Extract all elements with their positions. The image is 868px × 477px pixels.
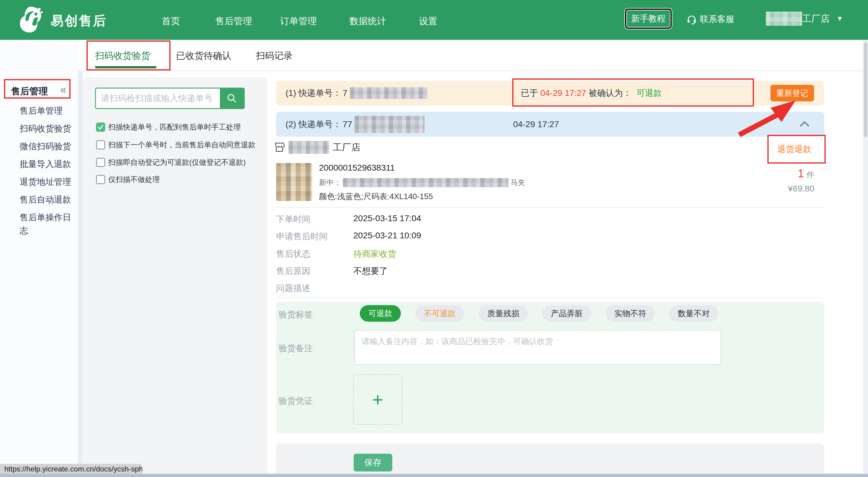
- tag-item-mismatch[interactable]: 实物不符: [606, 305, 655, 322]
- re-register-button[interactable]: 重新登记: [771, 85, 814, 101]
- account-name-redacted: [766, 12, 802, 26]
- inspection-tags-label: 验货标签: [279, 309, 313, 320]
- sidebar-collapse-icon[interactable]: «: [60, 83, 66, 96]
- sidebar-item-return-address[interactable]: 退货地址管理: [20, 175, 72, 189]
- brand-title: 易创售后: [51, 12, 107, 29]
- caret-down-icon: ▼: [836, 15, 843, 23]
- tab-scan-records[interactable]: 扫码记录: [256, 49, 292, 62]
- tag-product-dirty[interactable]: 产品弄脏: [542, 305, 591, 322]
- product-sku: 2000001529638311: [319, 163, 395, 173]
- vertical-scrollbar-thumb[interactable]: [864, 42, 867, 137]
- sidebar-item-operation-log[interactable]: 售后单操作日志: [20, 211, 72, 237]
- product-spec: 颜色:浅蓝色;尺码表:4XL140-155: [319, 191, 433, 202]
- tag-quantity-wrong[interactable]: 数量不对: [669, 305, 718, 322]
- top-navbar: 易创售后 首页 售后管理 订单管理 数据统计 设置 新手教程 联系客服 工厂店 …: [0, 0, 868, 40]
- confirm-time: 04-29 17:27: [540, 88, 586, 98]
- sidebar-item-batch-refund[interactable]: 批量导入退款: [20, 158, 72, 171]
- record-2-time: 04-29 17:27: [513, 112, 559, 137]
- inspection-proof-label: 验货凭证: [279, 395, 313, 407]
- field-label-status: 售后状态: [276, 248, 310, 260]
- option-label: 扫描即自动登记为可退款(仅做登记不退款): [108, 157, 246, 168]
- account-menu[interactable]: 工厂店 ▼: [766, 12, 843, 26]
- sidebar-header: 售后管理: [11, 85, 48, 98]
- product-thumbnail: [276, 163, 312, 201]
- horizontal-scrollbar-thumb[interactable]: [0, 474, 868, 477]
- nav-aftersales[interactable]: 售后管理: [215, 15, 252, 28]
- status-bar-url: https://help.yicreate.com.cn/docs/ycsh-s…: [0, 464, 142, 474]
- tag-refundable[interactable]: 可退款: [360, 305, 401, 322]
- option-auto-register-refundable[interactable]: 扫描即自动登记为可退款(仅做登记不退款): [96, 157, 249, 168]
- nav-statistics[interactable]: 数据统计: [349, 15, 386, 28]
- option-scan-only[interactable]: 仅扫描不做处理: [96, 174, 249, 185]
- option-label: 仅扫描不做处理: [108, 174, 160, 185]
- field-label-order-time: 下单时间: [276, 213, 310, 225]
- scan-panel: [84, 77, 268, 477]
- tab-active-underline: [95, 66, 156, 68]
- sidebar-item-auto-refund[interactable]: 售后自动退款: [20, 193, 72, 206]
- sidebar: 售后管理 « 售后单管理 扫码收货验货 微信扫码验货 批量导入退款 退货地址管理…: [0, 40, 78, 477]
- upload-proof-button[interactable]: +: [353, 374, 402, 424]
- contact-service[interactable]: 联系客服: [686, 13, 734, 25]
- nav-home[interactable]: 首页: [162, 15, 180, 28]
- product-price: ¥69.80: [764, 184, 814, 194]
- record-1-bar: (1) 快递单号：7 已于 04-29 17:27 被确认为： 可退款: [276, 81, 824, 105]
- field-label-reason: 售后原因: [276, 265, 310, 277]
- field-value-status: 待商家收货: [353, 248, 396, 260]
- tab-scan-receive[interactable]: 扫码收货验货: [95, 49, 150, 62]
- option-label: 扫描下一个单号时，当前售后单自动同意退款: [108, 140, 255, 150]
- sidebar-divider: [78, 71, 83, 477]
- contact-service-label: 联系客服: [700, 13, 734, 25]
- save-button[interactable]: 保存: [354, 454, 392, 472]
- record-2-bar[interactable]: (2) 快递单号：77 04-29 17:27: [276, 112, 824, 137]
- search-icon: [226, 93, 238, 104]
- divider: [276, 297, 824, 298]
- tag-non-refundable[interactable]: 不可退款: [415, 305, 464, 322]
- record-1-tracking: (1) 快递单号：7: [285, 81, 427, 105]
- tab-bar: 扫码收货验货 已收货待确认 扫码记录: [78, 40, 868, 71]
- headset-icon: [686, 14, 697, 25]
- nav-settings[interactable]: 设置: [419, 15, 437, 28]
- record-1-confirm-status: 已于 04-29 17:27 被确认为： 可退款: [521, 81, 662, 105]
- checkbox-checked-icon[interactable]: [96, 123, 105, 132]
- tracking-search-input[interactable]: [96, 89, 220, 108]
- collapse-chevron-icon[interactable]: [799, 120, 810, 130]
- shop-name-suffix: 工厂店: [333, 141, 361, 154]
- checkbox-icon[interactable]: [96, 140, 105, 149]
- sidebar-item-scan-receive[interactable]: 扫码收货验货: [20, 122, 72, 135]
- tutorial-button[interactable]: 新手教程: [625, 8, 672, 29]
- tab-received-pending[interactable]: 已收货待确认: [176, 49, 231, 62]
- product-name: 新中： 马夹: [319, 178, 525, 188]
- field-value-order-time: 2025-03-15 17:04: [353, 213, 421, 223]
- shop-row: 工厂店: [274, 141, 361, 154]
- inspection-note-input[interactable]: [354, 330, 721, 365]
- confirm-result: 可退款: [637, 87, 662, 99]
- product-quantity: 1件: [764, 167, 814, 180]
- option-label: 扫描快递单号，匹配到售后单时手工处理: [108, 122, 241, 132]
- brand-logo-icon: [18, 5, 43, 35]
- option-manual-process[interactable]: 扫描快递单号，匹配到售后单时手工处理: [96, 122, 249, 132]
- account-name-suffix: 工厂店: [802, 12, 830, 25]
- checkbox-icon[interactable]: [96, 158, 105, 167]
- sidebar-item-aftersales-orders[interactable]: 售后单管理: [20, 104, 72, 117]
- app-window: 易创售后 首页 售后管理 订单管理 数据统计 设置 新手教程 联系客服 工厂店 …: [0, 0, 868, 477]
- inspection-tags: 可退款 不可退款 质量残损 产品弄脏 实物不符 数量不对: [360, 305, 718, 322]
- search-button[interactable]: [220, 89, 244, 108]
- sidebar-item-wechat-scan[interactable]: 微信扫码验货: [20, 140, 72, 153]
- field-value-reason: 不想要了: [353, 265, 388, 277]
- field-value-apply-time: 2025-03-21 10:09: [353, 231, 421, 240]
- plus-icon: +: [372, 390, 383, 409]
- field-label-description: 问题描述: [276, 282, 310, 294]
- return-type-label[interactable]: 退货退款: [777, 143, 812, 155]
- inspection-note-label: 验货备注: [279, 342, 313, 354]
- shop-name-redacted: [289, 141, 329, 154]
- checkbox-icon[interactable]: [96, 175, 105, 184]
- tracking-number-redacted: [350, 87, 427, 99]
- nav-orders[interactable]: 订单管理: [280, 15, 317, 28]
- divider: [276, 207, 824, 208]
- store-icon: [274, 141, 285, 154]
- tag-quality-damage[interactable]: 质量残损: [479, 305, 528, 322]
- option-auto-agree-refund[interactable]: 扫描下一个单号时，当前售后单自动同意退款: [96, 140, 249, 150]
- tracking-number-redacted: [354, 116, 425, 133]
- tracking-search: [95, 88, 245, 109]
- product-name-redacted: [343, 178, 508, 187]
